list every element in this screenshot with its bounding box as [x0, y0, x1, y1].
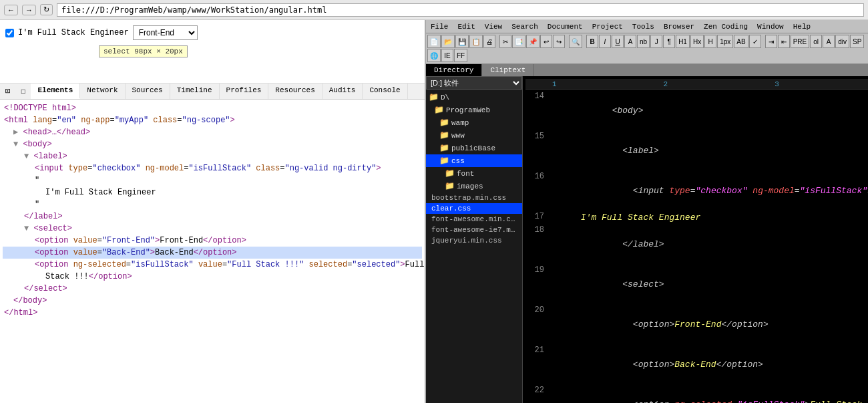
code-line-17: 17 I'm Full Stack Engineer [525, 211, 868, 225]
tb-save-all[interactable]: 📋 [469, 35, 483, 48]
tab-timeline[interactable]: Timeline [170, 84, 220, 99]
tb-indent[interactable]: ⇥ [765, 35, 777, 48]
menu-browser[interactable]: Browser [662, 23, 696, 31]
tb-find[interactable]: 🔍 [569, 35, 582, 48]
tb-a[interactable]: A [823, 35, 835, 48]
mobile-icon[interactable]: ☐ [15, 84, 31, 99]
dom-line: </html> [3, 307, 422, 319]
tb-check[interactable]: ✓ [749, 35, 761, 48]
tb-undo[interactable]: ↩ [540, 35, 552, 48]
tb-1px[interactable]: 1px [717, 35, 733, 48]
folder-icon: 📁 [439, 130, 449, 140]
tb-outdent[interactable]: ⇤ [778, 35, 790, 48]
menu-edit[interactable]: Edit [455, 23, 477, 31]
tab-network[interactable]: Network [80, 84, 125, 99]
tb-redo[interactable]: ↪ [553, 35, 565, 48]
tb-nb[interactable]: nb [637, 35, 650, 48]
line-code: <select> [550, 265, 664, 305]
dom-line: <!DOCTYPE html> [3, 102, 422, 114]
tb-browser3[interactable]: FF [454, 49, 467, 62]
tb-div[interactable]: div [835, 35, 849, 48]
tb-sp[interactable]: SP [850, 35, 864, 48]
tb-ab[interactable]: AB [734, 35, 748, 48]
tab-sources[interactable]: Sources [126, 84, 170, 99]
folder-item-css[interactable]: 📁css [426, 154, 522, 167]
file-item[interactable]: font-awesome.min.css [426, 214, 522, 225]
drive-select[interactable]: [D:] 软件 [C:] System [E:] Data [426, 76, 522, 90]
tb-paste[interactable]: 📌 [526, 35, 539, 48]
tb-new[interactable]: 📄 [427, 35, 441, 48]
folder-icon: 📁 [439, 143, 449, 153]
inspect-icon[interactable]: ⊡ [0, 84, 15, 99]
tb-italic[interactable]: I [599, 35, 611, 48]
tab-console[interactable]: Console [363, 84, 407, 99]
tb-para[interactable]: ¶ [663, 35, 675, 48]
line-code: <body> [550, 91, 643, 131]
reload-button[interactable]: ↻ [40, 4, 53, 15]
tb-save[interactable]: 💾 [455, 35, 469, 48]
tab-directory[interactable]: Directory [426, 64, 482, 76]
dom-line: ▼ <select> [3, 223, 422, 235]
menu-project[interactable]: Project [590, 23, 625, 31]
tb-h1[interactable]: H1 [676, 35, 690, 48]
tb-open[interactable]: 📂 [441, 35, 455, 48]
preview-checkbox[interactable] [5, 29, 14, 37]
menu-zen-coding[interactable]: Zen Coding [702, 23, 750, 31]
file-item[interactable]: bootstrap.min.css [426, 192, 522, 203]
address-bar[interactable] [57, 3, 864, 17]
checkbox-label: I'm Full Stack Engineer [18, 28, 129, 37]
file-item[interactable]: font-awesome-ie7.min… [426, 225, 522, 235]
line-number: 20 [525, 305, 550, 315]
tb-bold[interactable]: B [586, 35, 598, 48]
tab-elements[interactable]: Elements [31, 84, 80, 99]
code-ruler: 1 2 3 [525, 79, 868, 90]
main-area: I'm Full Stack Engineer Front-End Back-E… [0, 20, 868, 403]
menu-file[interactable]: File [429, 23, 450, 31]
folder-item-wamp[interactable]: 📁wamp [426, 116, 522, 129]
menu-tools[interactable]: Tools [630, 23, 656, 31]
tab-profiles[interactable]: Profiles [220, 84, 269, 99]
tb-j[interactable]: J [650, 35, 662, 48]
checkbox-row: I'm Full Stack Engineer Front-End Back-E… [5, 25, 419, 40]
editor-content: [D:] 软件 [C:] System [E:] Data 📁D\ 📁Progr… [426, 76, 868, 403]
folder-icon: 📁 [439, 118, 449, 128]
tab-resources[interactable]: Resources [268, 84, 322, 99]
menu-window[interactable]: Window [755, 23, 786, 31]
tb-browser1[interactable]: 🌐 [427, 49, 441, 62]
tb-color[interactable]: A [624, 35, 636, 48]
menu-help[interactable]: Help [791, 23, 813, 31]
tb-print[interactable]: 🖨 [483, 35, 495, 48]
folder-item-programweb[interactable]: 📁ProgramWeb [426, 104, 522, 116]
file-item-selected[interactable]: clear.css [426, 203, 522, 214]
tab-audits[interactable]: Audits [322, 84, 363, 99]
tb-underline[interactable]: U [612, 35, 624, 48]
line-code: <label> [550, 131, 659, 171]
folder-item-images[interactable]: 📁images [426, 180, 522, 192]
menu-document[interactable]: Document [546, 23, 585, 31]
preview-select[interactable]: Front-End Back-End Full Stack !!! [133, 25, 198, 40]
ruler-marks: 1 2 3 [552, 80, 868, 88]
folder-item-publicbase[interactable]: 📁publicBase [426, 142, 522, 154]
code-line-20: 20 <option>Front-End</option> [525, 305, 868, 345]
code-area[interactable]: 1 2 3 14 <body> 15 <label> [523, 76, 868, 403]
tab-cliptext[interactable]: Cliptext [482, 64, 534, 76]
tb-copy[interactable]: 📑 [512, 35, 525, 48]
back-button[interactable]: ← [4, 5, 18, 15]
dom-tree[interactable]: <!DOCTYPE html> <html lang="en" ng-app="… [0, 100, 425, 403]
tb-pre[interactable]: PRE [791, 35, 810, 48]
line-code: </label> [550, 225, 664, 265]
tb-hr[interactable]: H [704, 35, 716, 48]
tb-browser2[interactable]: IE [441, 49, 453, 62]
tb-ol[interactable]: ol [810, 35, 822, 48]
folder-item-d[interactable]: 📁D\ [426, 91, 522, 104]
tb-cut[interactable]: ✂ [499, 35, 511, 48]
folder-item-www[interactable]: 📁www [426, 129, 522, 142]
tb-hx[interactable]: Hx [690, 35, 704, 48]
menu-view[interactable]: View [483, 23, 504, 31]
menu-search[interactable]: Search [509, 23, 540, 31]
dom-line: I'm Full Stack Engineer [3, 186, 422, 198]
folder-item-font[interactable]: 📁font [426, 167, 522, 180]
file-item[interactable]: jqueryui.min.css [426, 235, 522, 246]
line-code: <option>Back-End</option> [550, 345, 763, 385]
forward-button[interactable]: → [22, 5, 36, 15]
